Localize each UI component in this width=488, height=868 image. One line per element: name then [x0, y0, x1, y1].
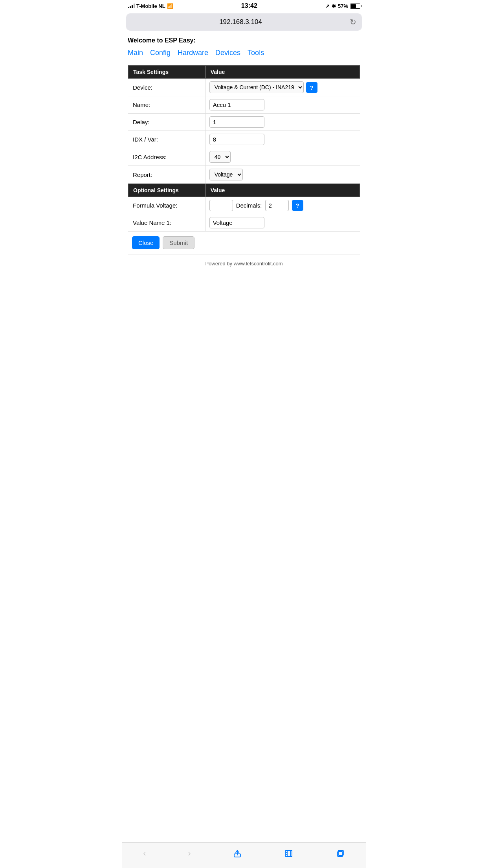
- report-select[interactable]: Voltage: [209, 169, 243, 180]
- task-settings-table: Task Settings Value Device: Voltage & Cu…: [128, 65, 360, 254]
- value-valuename1: [205, 214, 360, 231]
- value-i2c: 40: [205, 148, 360, 166]
- label-valuename1: Value Name 1:: [128, 214, 205, 231]
- formula-help-button[interactable]: ?: [292, 200, 303, 211]
- carrier-label: T-Mobile NL: [136, 3, 165, 9]
- nav-hardware[interactable]: Hardware: [178, 49, 208, 57]
- label-report: Report:: [128, 166, 205, 183]
- i2c-select[interactable]: 40: [209, 151, 231, 163]
- signal-icon: [128, 4, 135, 8]
- nav-main[interactable]: Main: [128, 49, 143, 57]
- status-bar: T-Mobile NL 📶 13:42 ↗ ✱ 57%: [122, 0, 366, 11]
- page-content: Welcome to ESP Easy: Main Config Hardwar…: [122, 33, 366, 274]
- label-formula: Formula Voltage:: [128, 197, 205, 214]
- status-right: ↗ ✱ 57%: [325, 3, 360, 9]
- battery-percent: 57%: [338, 3, 348, 9]
- nav-links: Main Config Hardware Devices Tools: [128, 49, 360, 57]
- table-row-name: Name:: [128, 96, 360, 114]
- reload-button[interactable]: ↻: [350, 17, 356, 27]
- table-row-device: Device: Voltage & Current (DC) - INA219 …: [128, 79, 360, 96]
- nav-tools[interactable]: Tools: [248, 49, 264, 57]
- footer-text: Powered by www.letscontrolit.com: [128, 254, 360, 274]
- optional-settings-header: Optional Settings Value: [128, 184, 360, 197]
- task-settings-col1: Task Settings: [128, 65, 205, 79]
- label-device: Device:: [128, 79, 205, 96]
- decimals-label: Decimals:: [236, 202, 262, 209]
- close-button[interactable]: Close: [132, 236, 160, 249]
- url-text: 192.168.3.104: [132, 18, 350, 26]
- value-idx: [205, 131, 360, 148]
- table-row-formula: Formula Voltage: Decimals: ?: [128, 197, 360, 214]
- url-bar[interactable]: 192.168.3.104 ↻: [126, 13, 362, 31]
- task-settings-header: Task Settings Value: [128, 65, 360, 79]
- table-row-delay: Delay:: [128, 114, 360, 131]
- wifi-icon: 📶: [167, 3, 173, 9]
- optional-settings-col2: Value: [205, 184, 360, 197]
- status-left: T-Mobile NL 📶: [128, 3, 173, 9]
- task-settings-col2: Value: [205, 65, 360, 79]
- table-row-valuename1: Value Name 1:: [128, 214, 360, 232]
- table-row-idx: IDX / Var:: [128, 131, 360, 148]
- label-delay: Delay:: [128, 114, 205, 131]
- table-row-report: Report: Voltage: [128, 166, 360, 184]
- time-display: 13:42: [241, 2, 257, 9]
- label-name: Name:: [128, 96, 205, 113]
- idx-input[interactable]: [209, 134, 264, 145]
- decimals-input[interactable]: [265, 200, 289, 211]
- welcome-text: Welcome to ESP Easy:: [128, 37, 360, 44]
- value-formula: Decimals: ?: [205, 197, 360, 214]
- valuename1-input[interactable]: [209, 217, 264, 228]
- label-idx: IDX / Var:: [128, 131, 205, 148]
- formula-input[interactable]: [209, 200, 233, 211]
- location-icon: ↗: [325, 3, 330, 9]
- submit-button[interactable]: Submit: [163, 236, 194, 249]
- optional-settings-col1: Optional Settings: [128, 184, 205, 197]
- table-row-i2c: I2C Address: 40: [128, 148, 360, 166]
- value-device: Voltage & Current (DC) - INA219 ?: [205, 79, 360, 96]
- bluetooth-icon: ✱: [332, 3, 336, 9]
- label-i2c: I2C Address:: [128, 148, 205, 166]
- battery-icon: [350, 4, 360, 9]
- nav-devices[interactable]: Devices: [215, 49, 240, 57]
- device-select[interactable]: Voltage & Current (DC) - INA219: [209, 81, 304, 93]
- value-delay: [205, 114, 360, 131]
- nav-config[interactable]: Config: [150, 49, 171, 57]
- name-input[interactable]: [209, 99, 264, 110]
- button-row: Close Submit: [128, 232, 360, 254]
- device-help-button[interactable]: ?: [306, 82, 317, 93]
- delay-input[interactable]: [209, 116, 264, 128]
- value-report: Voltage: [205, 166, 360, 183]
- value-name: [205, 96, 360, 113]
